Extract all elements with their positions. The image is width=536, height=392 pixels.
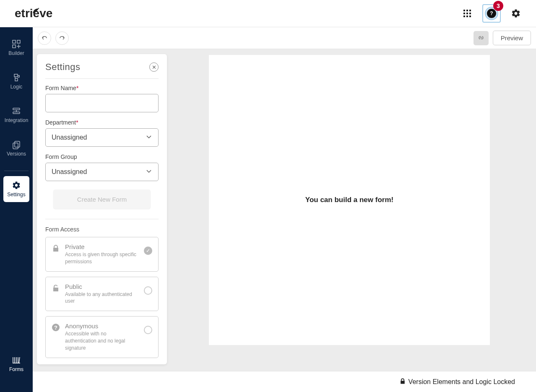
svg-rect-3 — [463, 13, 465, 14]
access-text: Private Access is given through specific… — [65, 243, 139, 265]
svg-rect-18 — [15, 141, 20, 147]
form-group-label: Form Group — [45, 153, 159, 160]
sidebar-label: Versions — [7, 151, 26, 157]
access-option-public[interactable]: Public Available to any authenticated us… — [45, 277, 159, 312]
svg-rect-16 — [13, 112, 20, 114]
form-group-select[interactable]: Unassigned — [45, 163, 159, 181]
footer-text: Version Elements and Logic Locked — [409, 378, 515, 386]
svg-text:?: ? — [54, 325, 57, 331]
settings-icon[interactable] — [508, 6, 523, 21]
sidebar-item-settings[interactable]: Settings — [3, 176, 29, 202]
sidebar-label: Builder — [8, 50, 24, 56]
notification-badge: 3 — [493, 1, 503, 11]
main-area: Preview Settings ✕ Form Name* Department… — [33, 27, 536, 392]
svg-rect-12 — [13, 45, 16, 48]
svg-rect-15 — [13, 108, 20, 110]
sidebar-bottom: Forms — [3, 351, 29, 384]
form-name-label: Form Name* — [45, 85, 159, 91]
toolbar-right: Preview — [474, 31, 531, 45]
form-group-field: Form Group Unassigned — [45, 153, 159, 181]
help-button[interactable]: 3 ? — [482, 4, 501, 23]
lock-icon — [52, 244, 60, 254]
redo-button[interactable] — [55, 31, 69, 45]
chevron-down-icon — [146, 168, 152, 176]
svg-text:?: ? — [490, 10, 493, 16]
access-text: Anonymous Accessible with no authenticat… — [65, 322, 139, 351]
access-desc: Access is given through specific permiss… — [65, 251, 139, 265]
access-desc: Accessible with no authentication and no… — [65, 330, 139, 351]
department-value: Unassigned — [52, 134, 87, 141]
toolbar: Preview — [33, 27, 536, 49]
divider — [45, 219, 159, 219]
panel-header: Settings ✕ — [45, 62, 159, 79]
sidebar-label: Integration — [5, 117, 29, 123]
svg-rect-5 — [469, 13, 471, 14]
radio-unselected[interactable] — [144, 326, 152, 334]
access-text: Public Available to any authenticated us… — [65, 283, 139, 305]
svg-rect-11 — [17, 40, 20, 43]
header: etrieve 3 ? — [0, 0, 536, 27]
department-field: Department* Unassigned — [45, 119, 159, 147]
apps-icon[interactable] — [460, 6, 475, 21]
access-title: Public — [65, 283, 139, 290]
unlock-icon — [52, 284, 60, 294]
sidebar-item-versions[interactable]: Versions — [3, 135, 29, 161]
svg-rect-4 — [466, 13, 468, 14]
sidebar-item-integration[interactable]: Integration — [3, 102, 29, 128]
svg-rect-6 — [463, 16, 465, 17]
department-select[interactable]: Unassigned — [45, 128, 159, 147]
radio-selected[interactable] — [144, 247, 152, 255]
access-desc: Available to any authenticated user — [65, 291, 139, 305]
sidebar-item-forms[interactable]: Forms — [3, 351, 29, 377]
preview-button[interactable]: Preview — [493, 31, 531, 45]
lock-icon — [399, 378, 406, 386]
panel-title: Settings — [45, 62, 81, 73]
svg-rect-19 — [13, 143, 18, 149]
close-icon[interactable]: ✕ — [149, 62, 159, 72]
sidebar: Builder Logic Integration Versions Setti… — [0, 27, 33, 392]
undo-button[interactable] — [38, 31, 51, 45]
canvas-message: You can build a new form! — [305, 196, 393, 204]
svg-rect-2 — [469, 10, 471, 11]
sidebar-label: Settings — [7, 192, 25, 197]
access-title: Anonymous — [65, 322, 139, 330]
form-name-input[interactable] — [45, 94, 159, 112]
department-label: Department* — [45, 119, 159, 126]
form-name-field: Form Name* — [45, 85, 159, 112]
sidebar-label: Forms — [9, 366, 23, 372]
leaf-icon — [32, 3, 40, 17]
create-form-button[interactable]: Create New Form — [53, 190, 151, 209]
toolbar-left — [38, 31, 69, 45]
form-access-label: Form Access — [45, 226, 159, 233]
svg-rect-0 — [463, 10, 465, 11]
sidebar-label: Logic — [10, 84, 23, 90]
radio-unselected[interactable] — [144, 286, 152, 295]
chevron-down-icon — [146, 133, 152, 142]
link-button[interactable] — [474, 31, 489, 45]
svg-rect-7 — [466, 16, 468, 17]
footer: Version Elements and Logic Locked — [33, 371, 536, 392]
header-actions: 3 ? — [460, 4, 523, 23]
access-option-anonymous[interactable]: ? Anonymous Accessible with no authentic… — [45, 316, 159, 358]
svg-rect-1 — [466, 10, 468, 11]
settings-panel: Settings ✕ Form Name* Department* Unassi… — [37, 54, 167, 364]
svg-rect-8 — [469, 16, 471, 17]
sidebar-item-builder[interactable]: Builder — [3, 35, 29, 61]
sidebar-item-logic[interactable]: Logic — [3, 68, 29, 94]
canvas: You can build a new form! — [209, 55, 490, 345]
access-option-private[interactable]: Private Access is given through specific… — [45, 237, 159, 272]
question-icon: ? — [52, 323, 60, 333]
access-title: Private — [65, 243, 139, 250]
logo: etrieve — [15, 7, 52, 20]
sidebar-divider — [4, 171, 29, 171]
svg-rect-10 — [13, 40, 16, 43]
form-group-value: Unassigned — [52, 168, 87, 176]
